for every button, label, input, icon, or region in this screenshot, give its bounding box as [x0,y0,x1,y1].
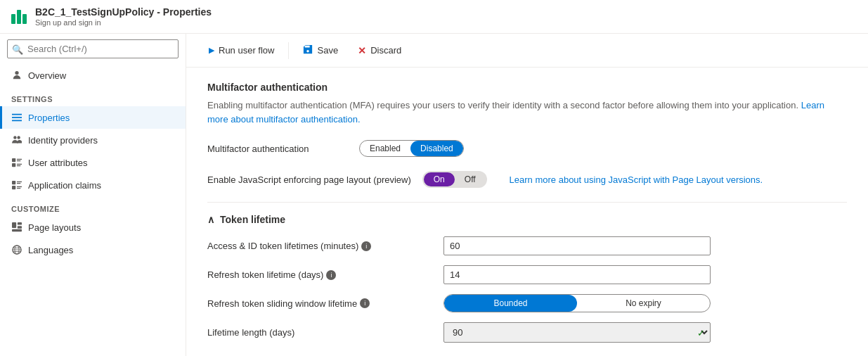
lifetime-length-select-wrap: 90 60 30 ✓ [443,322,711,343]
javascript-toggle-row: Enable JavaScript enforcing page layout … [207,171,847,188]
sidebar-label-application-claims: Application claims [28,180,101,191]
access-id-info-icon[interactable]: i [361,241,371,251]
javascript-off-option[interactable]: Off [455,172,486,186]
svg-rect-20 [12,229,22,232]
bounded-toggle[interactable]: Bounded No expiry [443,294,711,312]
select-check-icon: ✓ [697,327,705,338]
svg-rect-19 [18,222,22,225]
javascript-onoff-toggle[interactable]: On Off [422,171,487,188]
refresh-token-info-icon[interactable]: i [326,270,336,280]
settings-icon [11,112,22,123]
sidebar-item-properties[interactable]: Properties [0,106,186,129]
layout-icon [11,222,22,233]
toolbar-divider-1 [288,42,289,59]
token-section: ∧ Token lifetime Access & ID token lifet… [207,202,847,343]
svg-rect-12 [12,181,15,184]
logo-bar-2 [17,10,21,24]
access-id-token-label: Access & ID token lifetimes (minutes) i [207,241,432,251]
sidebar-label-overview: Overview [28,70,66,81]
content-area: ▶ Run user flow Save ✕ Discard [186,34,868,356]
svg-rect-2 [12,117,22,118]
svg-rect-11 [17,165,20,166]
svg-rect-7 [17,159,22,160]
refresh-sliding-row: Refresh token sliding window lifetime i … [207,294,847,312]
list-icon [11,157,22,168]
svg-point-0 [15,71,18,75]
header: B2C_1_TestSignUpPolicy - Properties Sign… [0,0,868,34]
discard-button[interactable]: ✕ Discard [349,42,410,60]
svg-rect-14 [17,183,20,184]
bounded-option[interactable]: Bounded [444,295,577,312]
logo-bar-1 [11,14,15,24]
users-icon [11,134,22,146]
main-content: Multifactor authentication Enabling mult… [186,68,868,356]
claims-icon [11,179,22,191]
settings-section-label: Settings [0,87,186,106]
access-id-token-input[interactable] [443,236,711,255]
header-text: B2C_1_TestSignUpPolicy - Properties Sign… [35,6,212,27]
svg-rect-21 [18,226,22,229]
toolbar: ▶ Run user flow Save ✕ Discard [186,34,868,68]
sidebar-item-page-layouts[interactable]: Page layouts [0,216,186,239]
svg-rect-17 [17,188,20,189]
javascript-label: Enable JavaScript enforcing page layout … [207,174,411,185]
javascript-learn-more-link[interactable]: Learn more about using JavaScript with P… [510,174,763,185]
access-id-token-row: Access & ID token lifetimes (minutes) i [207,236,847,255]
sidebar-item-user-attributes[interactable]: User attributes [0,151,186,174]
svg-rect-6 [12,158,15,162]
svg-point-5 [17,136,20,139]
refresh-token-row: Refresh token lifetime (days) i [207,265,847,284]
refresh-token-label: Refresh token lifetime (days) i [207,269,432,280]
refresh-token-input[interactable] [443,265,711,284]
svg-rect-10 [17,164,22,165]
mfa-toggle-label: Multifactor authentication [207,144,348,154]
svg-rect-8 [17,160,20,161]
sidebar: 🔍 Overview Settings Properties [0,34,186,356]
svg-rect-15 [12,186,15,189]
lifetime-length-row: Lifetime length (days) 90 60 30 ✓ [207,322,847,343]
refresh-sliding-info-icon[interactable]: i [360,298,370,308]
svg-rect-9 [12,163,15,167]
main-layout: 🔍 Overview Settings Properties [0,34,868,356]
sidebar-label-identity-providers: Identity providers [28,135,98,146]
search-box: 🔍 [7,39,179,58]
save-icon [303,44,313,56]
app-container: B2C_1_TestSignUpPolicy - Properties Sign… [0,0,868,356]
sidebar-label-properties: Properties [28,113,70,123]
page-title: B2C_1_TestSignUpPolicy - Properties [35,6,212,18]
mfa-section: Multifactor authentication Enabling mult… [207,82,847,157]
play-icon: ▶ [209,46,214,55]
svg-rect-16 [17,186,22,187]
sidebar-label-languages: Languages [28,245,73,255]
sidebar-item-overview[interactable]: Overview [0,64,186,87]
svg-rect-18 [12,222,16,228]
sidebar-item-application-claims[interactable]: Application claims [0,174,186,196]
svg-point-4 [13,136,16,139]
sidebar-label-page-layouts: Page layouts [28,222,81,233]
person-icon [11,70,22,81]
save-button[interactable]: Save [294,41,346,60]
sidebar-label-user-attributes: User attributes [28,158,88,168]
discard-icon: ✕ [358,45,366,56]
page-subtitle: Sign up and sign in [35,18,212,27]
logo-bar-3 [22,14,27,24]
mfa-toggle-group[interactable]: Enabled Disabled [359,140,464,157]
lifetime-length-label: Lifetime length (days) [207,327,432,338]
token-section-header[interactable]: ∧ Token lifetime [207,214,847,225]
globe-icon [11,244,22,255]
no-expiry-option[interactable]: No expiry [577,295,710,312]
javascript-on-option[interactable]: On [424,172,455,186]
token-section-title: Token lifetime [220,214,285,225]
sidebar-item-languages[interactable]: Languages [0,239,186,261]
search-input[interactable] [7,39,179,58]
mfa-toggle-row: Multifactor authentication Enabled Disab… [207,140,847,157]
svg-rect-13 [17,182,22,182]
sidebar-item-identity-providers[interactable]: Identity providers [0,129,186,151]
run-user-flow-button[interactable]: ▶ Run user flow [200,42,283,59]
refresh-sliding-label: Refresh token sliding window lifetime i [207,298,432,309]
azure-logo [11,10,27,24]
search-icon: 🔍 [12,44,23,54]
mfa-disabled-option[interactable]: Disabled [410,141,463,156]
lifetime-length-select[interactable]: 90 60 30 [443,322,711,343]
mfa-enabled-option[interactable]: Enabled [360,141,410,156]
